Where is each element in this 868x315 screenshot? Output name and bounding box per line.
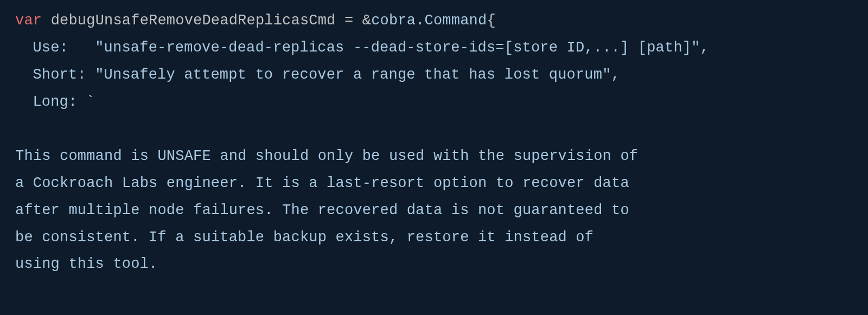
operator-amp: &: [362, 12, 371, 29]
code-block: var debugUnsafeRemoveDeadReplicasCmd = &…: [0, 0, 868, 278]
long-desc-line: a Cockroach Labs engineer. It is a last-…: [15, 175, 629, 191]
type-cobra-command: cobra.Command: [371, 12, 487, 29]
field-use: Use:: [33, 40, 95, 56]
string-short: "Unsafely attempt to recover a range tha…: [95, 67, 611, 83]
field-short: Short:: [33, 67, 95, 83]
long-desc-line: after multiple node failures. The recove…: [15, 202, 629, 218]
long-desc-line: be consistent. If a suitable backup exis…: [15, 229, 593, 246]
string-use: "unsafe-remove-dead-replicas --dead-stor…: [95, 40, 700, 56]
comma: ,: [700, 40, 709, 56]
field-long: Long:: [33, 94, 86, 110]
operator-eq: =: [336, 12, 362, 29]
long-desc-line: using this tool.: [15, 256, 157, 272]
brace-open: {: [487, 12, 495, 29]
keyword-var: var: [15, 12, 42, 29]
identifier: debugUnsafeRemoveDeadReplicasCmd: [51, 12, 336, 29]
long-desc-line: This command is UNSAFE and should only b…: [15, 148, 638, 164]
comma: ,: [611, 67, 620, 83]
backtick: `: [86, 94, 95, 110]
